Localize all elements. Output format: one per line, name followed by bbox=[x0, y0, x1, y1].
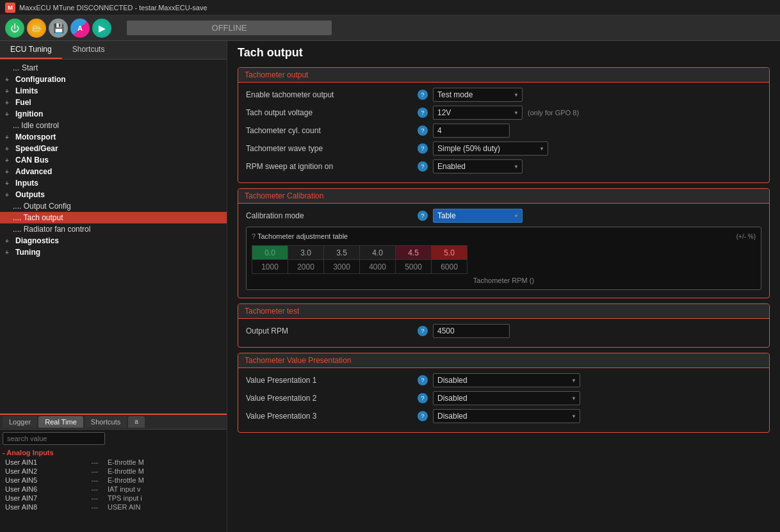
form-row-vp3: Value Presentation 3 ? Disabled bbox=[246, 409, 761, 423]
dropdown-wrapper-wave-type: Simple (50% duty) Custom bbox=[433, 141, 548, 156]
expand-icon: + bbox=[5, 180, 13, 187]
tab-ecu-tuning[interactable]: ECU Tuning bbox=[0, 41, 62, 59]
tab-logger[interactable]: Logger bbox=[3, 416, 37, 428]
label-tach-voltage: Tach output voltage bbox=[246, 108, 412, 117]
sidebar-item-motorsport[interactable]: + Motorsport bbox=[0, 131, 227, 143]
table-cell-2[interactable]: 3.5 bbox=[324, 246, 360, 260]
sidebar-item-limits[interactable]: + Limits bbox=[0, 85, 227, 97]
table-cell-4[interactable]: 4.5 bbox=[396, 246, 432, 260]
sidebar-item-output-config[interactable]: .... Output Config bbox=[0, 200, 227, 212]
power-button[interactable]: ⏻ bbox=[5, 19, 24, 38]
control-vp1: Disabled bbox=[433, 373, 580, 387]
sidebar-nav: ... Start + Configuration + Limits + Fue… bbox=[0, 60, 227, 414]
title-bar: M MaxxECU MTune DISCONNECTED - testar.Ma… bbox=[0, 0, 780, 15]
sidebar-item-tuning[interactable]: + Tuning bbox=[0, 246, 227, 258]
control-enable-tach: Test mode Disabled Enabled bbox=[433, 88, 523, 102]
sidebar-item-advanced[interactable]: + Advanced bbox=[0, 166, 227, 177]
section-body-value-presentation: Value Presentation 1 ? Disabled Value Pr… bbox=[238, 368, 769, 432]
dropdown-cal-mode[interactable]: Table None Custom bbox=[433, 209, 523, 223]
sidebar-item-diagnostics[interactable]: + Diagnostics bbox=[0, 235, 227, 246]
voltage-note: (only for GPO 8) bbox=[528, 109, 579, 117]
dropdown-wave-type[interactable]: Simple (50% duty) Custom bbox=[433, 141, 548, 156]
help-cal-mode[interactable]: ? bbox=[418, 211, 428, 221]
form-row-vp2: Value Presentation 2 ? Disabled bbox=[246, 391, 761, 405]
list-item: User AIN6 --- IAT input v bbox=[3, 485, 224, 494]
rpm-label-2000: 2000 bbox=[288, 260, 324, 274]
analog-header: - Analog Inputs bbox=[3, 449, 224, 456]
form-row-rpm-sweep: RPM sweep at ignition on ? Enabled Disab… bbox=[246, 159, 761, 173]
sidebar-item-speed-gear[interactable]: + Speed/Gear bbox=[0, 143, 227, 154]
section-tachometer-test: Tachometer test Output RPM ? bbox=[238, 303, 770, 348]
form-row-output-rpm: Output RPM ? bbox=[246, 324, 761, 338]
sidebar-item-idle-control[interactable]: ... Idle control bbox=[0, 120, 227, 131]
expand-icon: + bbox=[5, 249, 13, 256]
help-enable-tach[interactable]: ? bbox=[418, 90, 428, 100]
dropdown-wrapper-enable-tach: Test mode Disabled Enabled bbox=[433, 88, 523, 102]
sidebar-item-configuration[interactable]: + Configuration bbox=[0, 74, 227, 85]
save-button[interactable]: 💾 bbox=[49, 19, 68, 38]
help-vp1[interactable]: ? bbox=[418, 375, 428, 385]
sidebar-item-ignition[interactable]: + Ignition bbox=[0, 108, 227, 120]
dropdown-tach-voltage[interactable]: 12V 5V bbox=[433, 106, 523, 120]
input-output-rpm[interactable] bbox=[433, 324, 510, 338]
folder-button[interactable]: 🗁 bbox=[27, 19, 46, 38]
dropdown-wrapper-tach-voltage: 12V 5V bbox=[433, 106, 523, 120]
sidebar-item-fuel[interactable]: + Fuel bbox=[0, 97, 227, 108]
label-cyl-count: Tachometer cyl. count bbox=[246, 126, 412, 135]
play-button[interactable]: ▶ bbox=[92, 19, 111, 38]
start-dots: ... bbox=[13, 63, 19, 72]
dropdown-rpm-sweep[interactable]: Enabled Disabled bbox=[433, 159, 523, 173]
sidebar-item-inputs[interactable]: + Inputs bbox=[0, 177, 227, 189]
sidebar-item-outputs[interactable]: + Outputs bbox=[0, 189, 227, 200]
table-row-rpm: 1000 2000 3000 4000 5000 6000 bbox=[252, 260, 467, 274]
section-header-tachometer-calibration: Tachometer Calibration bbox=[238, 189, 769, 204]
sidebar-item-can-bus[interactable]: + CAN Bus bbox=[0, 154, 227, 166]
help-cyl-count[interactable]: ? bbox=[418, 125, 428, 136]
rpm-label-4000: 4000 bbox=[360, 260, 396, 274]
expand-icon: + bbox=[5, 76, 13, 83]
sidebar-item-start[interactable]: ... Start bbox=[0, 62, 227, 74]
input-cyl-count[interactable] bbox=[433, 124, 510, 138]
help-wave-type[interactable]: ? bbox=[418, 143, 428, 154]
dropdown-vp2[interactable]: Disabled bbox=[433, 391, 580, 405]
edit-button[interactable]: A bbox=[70, 19, 90, 38]
form-row-enable-tach: Enable tachometer output ? Test mode Dis… bbox=[246, 88, 761, 102]
search-input[interactable] bbox=[3, 432, 105, 445]
toolbar: ⏻ 🗁 💾 A ▶ OFFLINE bbox=[0, 15, 780, 41]
dropdown-vp3[interactable]: Disabled bbox=[433, 409, 580, 423]
rpm-label-1000: 1000 bbox=[252, 260, 288, 274]
label-vp1: Value Presentation 1 bbox=[246, 376, 412, 385]
section-body-tachometer-output: Enable tachometer output ? Test mode Dis… bbox=[238, 83, 769, 182]
section-body-tachometer-test: Output RPM ? bbox=[238, 319, 769, 347]
content-area: Tach output Tachometer output Enable tac… bbox=[227, 41, 780, 532]
sidebar-tabs: ECU Tuning Shortcuts bbox=[0, 41, 227, 60]
dropdown-wrapper-rpm-sweep: Enabled Disabled bbox=[433, 159, 523, 173]
help-output-rpm[interactable]: ? bbox=[418, 326, 428, 336]
control-tach-voltage: 12V 5V (only for GPO 8) bbox=[433, 106, 579, 120]
label-vp3: Value Presentation 3 bbox=[246, 412, 412, 421]
table-cell-1[interactable]: 3.0 bbox=[288, 246, 324, 260]
help-vp3[interactable]: ? bbox=[418, 411, 428, 421]
sidebar-item-tach-output[interactable]: .... Tach output bbox=[0, 212, 227, 223]
dropdown-enable-tach[interactable]: Test mode Disabled Enabled bbox=[433, 88, 523, 102]
table-cell-3[interactable]: 4.0 bbox=[360, 246, 396, 260]
tab-shortcuts-bottom[interactable]: Shortcuts bbox=[85, 416, 127, 428]
cal-table-note: (+/- %) bbox=[736, 233, 756, 240]
tab-shortcuts[interactable]: Shortcuts bbox=[62, 41, 115, 59]
help-tach-voltage[interactable]: ? bbox=[418, 108, 428, 118]
label-output-rpm: Output RPM bbox=[246, 326, 412, 335]
expand-icon: + bbox=[5, 168, 13, 175]
expand-icon: + bbox=[5, 134, 13, 141]
dropdown-vp1[interactable]: Disabled bbox=[433, 373, 580, 387]
tab-real-time[interactable]: Real Time bbox=[38, 416, 83, 428]
offline-bar: OFFLINE bbox=[127, 20, 332, 35]
list-item: User AIN8 --- USER AIN bbox=[3, 503, 224, 512]
table-cell-5[interactable]: 5.0 bbox=[432, 246, 467, 260]
help-rpm-sweep[interactable]: ? bbox=[418, 161, 428, 172]
tab-extra[interactable]: a bbox=[128, 416, 145, 428]
list-item: User AIN5 --- E-throttle M bbox=[3, 476, 224, 485]
control-cal-mode: Table None Custom bbox=[433, 209, 523, 223]
sidebar-item-radiator-fan[interactable]: .... Radiator fan control bbox=[0, 223, 227, 235]
table-cell-0[interactable]: 0.0 bbox=[252, 246, 288, 260]
help-vp2[interactable]: ? bbox=[418, 393, 428, 403]
